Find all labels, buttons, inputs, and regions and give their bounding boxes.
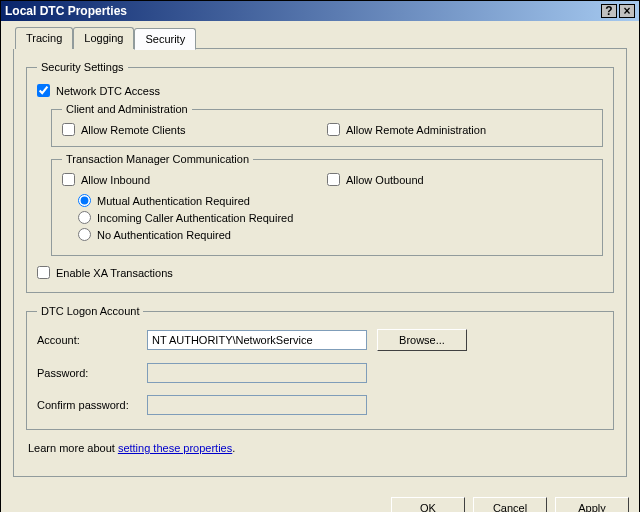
help-button[interactable]: ? (601, 4, 617, 18)
window-title: Local DTC Properties (5, 4, 127, 18)
password-input[interactable] (147, 363, 367, 383)
learn-prefix: Learn more about (28, 442, 118, 454)
learn-more-link[interactable]: setting these properties (118, 442, 232, 454)
enable-xa-checkbox[interactable] (37, 266, 50, 279)
logon-account-group: DTC Logon Account Account: Browse... Pas… (26, 305, 614, 430)
security-settings-legend: Security Settings (37, 61, 128, 73)
auth-none-label: No Authentication Required (97, 229, 231, 241)
client-admin-legend: Client and Administration (62, 103, 192, 115)
auth-mutual-label: Mutual Authentication Required (97, 195, 250, 207)
allow-remote-clients-label: Allow Remote Clients (81, 124, 186, 136)
dialog-buttons: OK Cancel Apply (1, 489, 639, 512)
tab-tracing[interactable]: Tracing (15, 27, 73, 49)
auth-incoming-radio[interactable] (78, 211, 91, 224)
ok-button[interactable]: OK (391, 497, 465, 512)
titlebar: Local DTC Properties ? × (1, 1, 639, 21)
allow-remote-admin-checkbox[interactable] (327, 123, 340, 136)
cancel-button[interactable]: Cancel (473, 497, 547, 512)
auth-incoming-label: Incoming Caller Authentication Required (97, 212, 293, 224)
apply-button[interactable]: Apply (555, 497, 629, 512)
client-admin-group: Client and Administration Allow Remote C… (51, 103, 603, 147)
confirm-password-input[interactable] (147, 395, 367, 415)
allow-remote-clients-checkbox[interactable] (62, 123, 75, 136)
tab-logging[interactable]: Logging (73, 27, 134, 49)
allow-inbound-label: Allow Inbound (81, 174, 150, 186)
close-button[interactable]: × (619, 4, 635, 18)
auth-none-radio[interactable] (78, 228, 91, 241)
tab-panel-security: Security Settings Network DTC Access Cli… (13, 49, 627, 477)
network-dtc-row: Network DTC Access (37, 84, 603, 97)
network-dtc-label: Network DTC Access (56, 85, 160, 97)
learn-suffix: . (232, 442, 235, 454)
enable-xa-label: Enable XA Transactions (56, 267, 173, 279)
security-settings-group: Security Settings Network DTC Access Cli… (26, 61, 614, 293)
password-label: Password: (37, 367, 137, 379)
network-dtc-checkbox[interactable] (37, 84, 50, 97)
learn-more-text: Learn more about setting these propertie… (28, 442, 612, 454)
account-input[interactable] (147, 330, 367, 350)
logon-account-legend: DTC Logon Account (37, 305, 143, 317)
allow-inbound-checkbox[interactable] (62, 173, 75, 186)
tab-strip: Tracing Logging Security (15, 27, 627, 49)
tab-security[interactable]: Security (134, 28, 196, 50)
allow-remote-admin-label: Allow Remote Administration (346, 124, 486, 136)
dialog-window: Local DTC Properties ? × Tracing Logging… (0, 0, 640, 512)
allow-outbound-checkbox[interactable] (327, 173, 340, 186)
client-area: Tracing Logging Security Security Settin… (1, 21, 639, 489)
account-label: Account: (37, 334, 137, 346)
allow-outbound-label: Allow Outbound (346, 174, 424, 186)
browse-button[interactable]: Browse... (377, 329, 467, 351)
tm-comm-legend: Transaction Manager Communication (62, 153, 253, 165)
auth-mutual-radio[interactable] (78, 194, 91, 207)
confirm-password-label: Confirm password: (37, 399, 137, 411)
tm-comm-group: Transaction Manager Communication Allow … (51, 153, 603, 256)
titlebar-controls: ? × (601, 4, 635, 18)
enable-xa-row: Enable XA Transactions (37, 266, 603, 279)
